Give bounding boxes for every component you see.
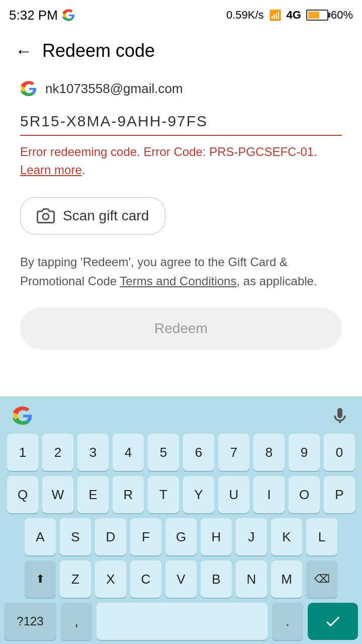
terms-suffix: , as applicable. xyxy=(236,274,317,288)
key-z[interactable]: Z xyxy=(60,560,91,598)
battery-icon xyxy=(306,10,328,21)
key-123[interactable]: ?123 xyxy=(4,603,56,640)
battery-indicator: 60% xyxy=(306,9,353,22)
camera-icon xyxy=(37,207,55,225)
key-3[interactable]: 3 xyxy=(77,434,109,471)
keyboard-row-numbers: 1 2 3 4 5 6 7 8 9 0 xyxy=(4,434,358,471)
key-4[interactable]: 4 xyxy=(113,434,144,471)
key-s[interactable]: S xyxy=(60,518,91,555)
key-i[interactable]: I xyxy=(253,476,285,513)
keyboard: 1 2 3 4 5 6 7 8 9 0 Q W E R T Y U I O P … xyxy=(0,396,362,644)
key-m[interactable]: M xyxy=(271,560,302,598)
key-x[interactable]: X xyxy=(95,560,126,598)
svg-point-0 xyxy=(43,214,49,220)
key-2[interactable]: 2 xyxy=(42,434,73,471)
keyboard-google-icon xyxy=(12,405,34,427)
key-g[interactable]: G xyxy=(165,518,197,555)
time-label: 5:32 PM xyxy=(9,8,58,23)
network-type: 4G xyxy=(287,9,301,22)
checkmark-icon xyxy=(324,612,342,630)
back-button[interactable]: ← xyxy=(15,42,32,59)
redeem-section: Redeem xyxy=(0,291,362,350)
error-text-main: Error redeeming code. Error Code: PRS-PG… xyxy=(20,145,317,158)
key-6[interactable]: 6 xyxy=(183,434,214,471)
keyboard-row-qwerty: Q W E R T Y U I O P xyxy=(4,476,358,513)
header: ← Redeem code xyxy=(0,30,362,71)
key-r[interactable]: R xyxy=(113,476,144,513)
google-account-icon xyxy=(20,79,38,98)
key-0[interactable]: 0 xyxy=(324,434,355,471)
key-e[interactable]: E xyxy=(77,476,109,513)
done-key[interactable] xyxy=(308,603,358,640)
key-l[interactable]: L xyxy=(306,518,337,555)
network-speed: 0.59K/s xyxy=(226,9,264,22)
keyboard-rows: 1 2 3 4 5 6 7 8 9 0 Q W E R T Y U I O P … xyxy=(4,434,358,598)
key-1[interactable]: 1 xyxy=(7,434,38,471)
key-b[interactable]: B xyxy=(201,560,232,598)
key-o[interactable]: O xyxy=(289,476,320,513)
key-8[interactable]: 8 xyxy=(253,434,285,471)
status-right: 0.59K/s 📶 4G 60% xyxy=(226,9,353,22)
code-input-wrapper xyxy=(0,108,362,136)
scan-gift-card-button[interactable]: Scan gift card xyxy=(20,197,165,234)
key-n[interactable]: N xyxy=(236,560,267,598)
key-5[interactable]: 5 xyxy=(148,434,179,471)
account-row: nk1073558@gmail.com xyxy=(0,71,362,108)
key-c[interactable]: C xyxy=(130,560,161,598)
error-area: Error redeeming code. Error Code: PRS-PG… xyxy=(0,136,362,179)
mic-icon[interactable] xyxy=(330,406,350,426)
key-t[interactable]: T xyxy=(148,476,179,513)
key-w[interactable]: W xyxy=(42,476,73,513)
key-p[interactable]: P xyxy=(324,476,355,513)
key-q[interactable]: Q xyxy=(7,476,38,513)
scan-section: Scan gift card xyxy=(0,179,362,234)
battery-fill xyxy=(308,12,319,19)
key-space[interactable] xyxy=(97,603,267,640)
key-j[interactable]: J xyxy=(236,518,267,555)
keyboard-top-bar xyxy=(4,401,358,434)
key-h[interactable]: H xyxy=(201,518,232,555)
terms-link[interactable]: Terms and Conditions xyxy=(120,274,236,288)
key-comma[interactable]: , xyxy=(61,603,92,640)
redeem-button[interactable]: Redeem xyxy=(20,307,342,350)
keyboard-row-asdf: A S D F G H J K L xyxy=(4,518,358,555)
key-y[interactable]: Y xyxy=(183,476,214,513)
keyboard-bottom-row: ?123 , . xyxy=(4,603,358,640)
key-u[interactable]: U xyxy=(218,476,249,513)
code-input-field[interactable] xyxy=(20,108,342,136)
key-d[interactable]: D xyxy=(95,518,126,555)
shift-key[interactable]: ⬆ xyxy=(25,560,56,598)
key-period[interactable]: . xyxy=(272,603,303,640)
account-email: nk1073558@gmail.com xyxy=(45,81,183,97)
key-k[interactable]: K xyxy=(271,518,302,555)
key-v[interactable]: V xyxy=(165,560,197,598)
signal-bars: 📶 xyxy=(269,9,282,21)
key-9[interactable]: 9 xyxy=(289,434,320,471)
key-7[interactable]: 7 xyxy=(218,434,249,471)
battery-percent: 60% xyxy=(331,9,353,22)
key-f[interactable]: F xyxy=(130,518,161,555)
google-g-icon xyxy=(62,8,76,22)
delete-key[interactable]: ⌫ xyxy=(306,560,337,598)
page-title: Redeem code xyxy=(42,40,155,61)
terms-section: By tapping 'Redeem', you agree to the Gi… xyxy=(0,234,362,291)
error-message: Error redeeming code. Error Code: PRS-PG… xyxy=(20,145,317,177)
status-bar: 5:32 PM 0.59K/s 📶 4G 60% xyxy=(0,0,362,30)
learn-more-link[interactable]: Learn more xyxy=(20,163,82,177)
keyboard-row-zxcv: ⬆ Z X C V B N M ⌫ xyxy=(4,560,358,598)
error-period: . xyxy=(82,163,85,177)
scan-label: Scan gift card xyxy=(63,208,149,224)
terms-text: By tapping 'Redeem', you agree to the Gi… xyxy=(20,255,317,288)
status-time-group: 5:32 PM xyxy=(9,8,76,23)
key-a[interactable]: A xyxy=(25,518,56,555)
